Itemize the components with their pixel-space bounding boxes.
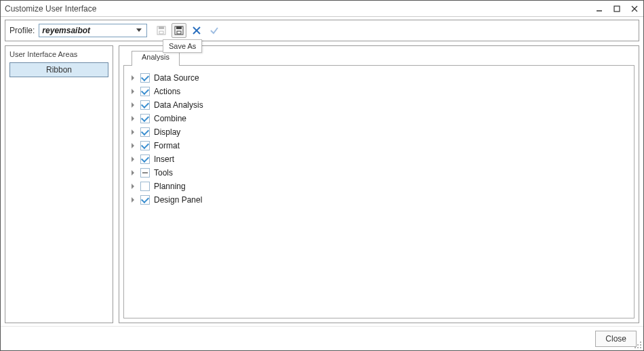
window-root: Customize User Interface Profile: reyems… [0, 0, 644, 351]
svg-rect-1 [614, 6, 620, 12]
tree-label: Data Source [154, 73, 199, 83]
window-buttons [595, 4, 639, 14]
svg-rect-5 [159, 26, 164, 29]
expand-icon[interactable] [129, 75, 136, 81]
expand-icon[interactable] [129, 197, 136, 203]
profile-value: reyemsaibot [42, 26, 134, 35]
expand-icon[interactable] [129, 115, 136, 122]
footer: Close [1, 326, 643, 350]
tree-item: Actions [129, 85, 628, 98]
svg-point-13 [640, 344, 641, 346]
apply-button[interactable] [207, 23, 222, 38]
ui-areas-title: User Interface Areas [9, 50, 108, 58]
tree-item: Combine [129, 112, 628, 125]
save-as-button[interactable] [172, 23, 186, 38]
ribbon-area-label: Ribbon [46, 65, 72, 75]
expand-icon[interactable] [129, 129, 136, 136]
expand-icon[interactable] [129, 156, 136, 163]
close-window-button[interactable] [630, 4, 639, 14]
titlebar: Customize User Interface [1, 1, 643, 17]
close-button-label: Close [605, 334, 626, 344]
tree-checkbox[interactable] [140, 141, 150, 150]
configuration-panel: Analysis Data SourceActionsData Analysis… [119, 45, 639, 323]
tree-label: Planning [154, 182, 186, 191]
expand-icon[interactable] [129, 88, 136, 95]
expand-icon[interactable] [129, 169, 136, 176]
tree-checkbox[interactable] [140, 87, 150, 96]
tree-checkbox[interactable] [140, 73, 150, 83]
profile-label: Profile: [9, 26, 35, 35]
ui-areas-panel: User Interface Areas Ribbon [5, 45, 113, 323]
delete-button[interactable] [189, 23, 204, 38]
close-button[interactable]: Close [595, 331, 637, 347]
save-button[interactable] [154, 23, 169, 38]
window-title: Customize User Interface [5, 4, 595, 14]
tree-label: Combine [154, 114, 186, 123]
svg-rect-8 [176, 26, 182, 29]
tab-analysis[interactable]: Analysis [132, 51, 180, 66]
expand-icon[interactable] [129, 183, 136, 190]
expand-icon[interactable] [129, 142, 136, 149]
tree-item: Tools [129, 166, 628, 180]
tree-label: Design Panel [154, 195, 202, 205]
tree-label: Format [154, 141, 180, 150]
maximize-button[interactable] [612, 4, 622, 14]
tree-label: Display [154, 127, 180, 137]
tree-item: Display [129, 125, 628, 139]
tab-analysis-label: Analysis [142, 53, 169, 61]
profile-toolbar [154, 23, 222, 38]
dropdown-arrow-icon [134, 28, 144, 33]
save-as-tooltip: Save As [163, 39, 202, 53]
svg-point-12 [640, 342, 641, 343]
profile-select[interactable]: reyemsaibot [39, 24, 147, 37]
tree-checkbox[interactable] [140, 168, 150, 178]
tree-checkbox[interactable] [140, 114, 150, 123]
minimize-button[interactable] [595, 4, 604, 14]
tree-checkbox[interactable] [140, 100, 150, 110]
svg-point-17 [635, 347, 636, 348]
tree-checkbox[interactable] [140, 154, 150, 164]
tree-item: Insert [129, 152, 628, 166]
tree-label: Tools [154, 168, 173, 178]
tree-item: Data Analysis [129, 98, 628, 112]
tree-item: Design Panel [129, 193, 628, 207]
ribbon-area-button[interactable]: Ribbon [9, 62, 108, 77]
tree-item: Format [129, 139, 628, 152]
svg-point-16 [637, 347, 639, 348]
profile-bar: Profile: reyemsaibot [5, 20, 639, 41]
svg-point-15 [640, 347, 641, 348]
tree-checkbox[interactable] [140, 195, 150, 205]
tree-item: Planning [129, 180, 628, 193]
main-split: User Interface Areas Ribbon Analysis Dat… [5, 45, 639, 323]
svg-point-14 [637, 344, 639, 346]
tree-label: Data Analysis [154, 100, 203, 110]
tree-label: Insert [154, 154, 174, 164]
expand-icon[interactable] [129, 102, 136, 108]
tree-item: Data Source [129, 71, 628, 85]
content: Profile: reyemsaibot [1, 17, 643, 326]
tree-label: Actions [154, 87, 180, 96]
tree-content: Data SourceActionsData AnalysisCombineDi… [123, 65, 635, 318]
resize-grip[interactable] [634, 341, 642, 349]
svg-rect-6 [159, 31, 163, 34]
svg-rect-9 [177, 31, 181, 34]
tree-checkbox[interactable] [140, 182, 150, 191]
tree-checkbox[interactable] [140, 127, 150, 137]
